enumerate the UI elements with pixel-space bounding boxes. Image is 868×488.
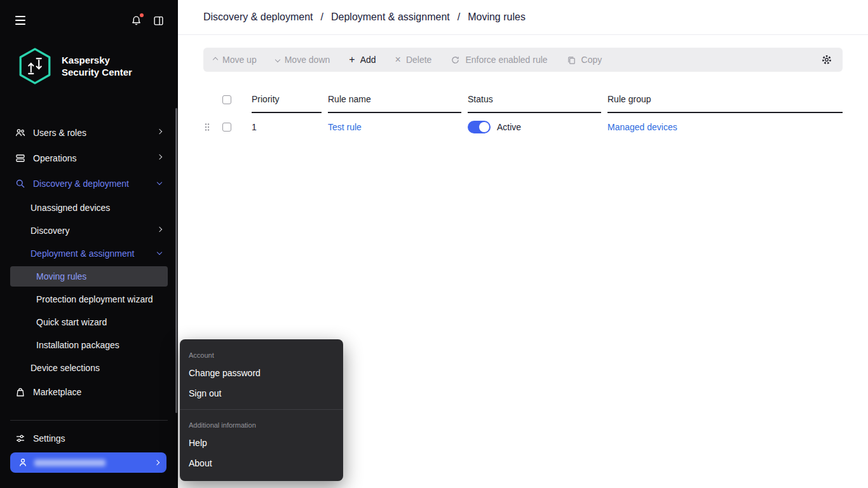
sidebar-item-marketplace[interactable]: Marketplace <box>0 379 178 405</box>
chevron-up-icon <box>213 57 218 62</box>
search-icon <box>15 179 25 189</box>
plus-icon: + <box>349 55 355 65</box>
breadcrumb-item[interactable]: Deployment & assignment <box>331 11 450 23</box>
chevron-down-icon <box>275 57 280 62</box>
close-icon: × <box>395 55 401 65</box>
sidebar-item-label: Discovery <box>31 226 69 236</box>
breadcrumb-item-current: Moving rules <box>468 11 526 23</box>
priority-cell: 1 <box>252 114 322 140</box>
app-title: Kaspersky Security Center <box>62 54 132 78</box>
sidebar-item-moving-rules[interactable]: Moving rules <box>10 266 168 287</box>
sidebar-item-unassigned-devices[interactable]: Unassigned devices <box>0 196 178 219</box>
notifications-bell-icon[interactable] <box>131 15 142 26</box>
enforce-enabled-rule-button[interactable]: Enforce enabled rule <box>451 55 547 65</box>
move-up-label: Move up <box>222 55 257 65</box>
rule-name-link[interactable]: Test rule <box>328 122 362 132</box>
status-cell: Active <box>468 113 601 141</box>
user-icon <box>18 458 28 468</box>
add-label: Add <box>360 55 376 65</box>
sidebar-item-label: Users & roles <box>33 128 86 138</box>
sidebar-item-label: Protection deployment wizard <box>36 294 153 304</box>
menu-section-header-additional-information: Additional information <box>180 416 343 433</box>
account-username-redacted <box>34 459 105 466</box>
select-all-checkbox[interactable] <box>222 95 231 104</box>
table-row: 1 Test rule Active Managed devices <box>203 113 843 141</box>
menu-item-change-password[interactable]: Change password <box>180 363 343 383</box>
rule-name-cell: Test rule <box>328 114 461 140</box>
column-header-status[interactable]: Status <box>468 88 601 113</box>
marketplace-bag-icon <box>15 387 25 397</box>
sidebar-item-label: Device selections <box>31 363 100 373</box>
move-up-button[interactable]: Move up <box>214 55 257 65</box>
copy-button[interactable]: Copy <box>567 55 602 65</box>
sidebar-item-deployment-assignment[interactable]: Deployment & assignment <box>0 242 178 265</box>
sidebar-item-label: Moving rules <box>36 271 86 281</box>
sidebar-item-users-roles[interactable]: Users & roles <box>0 120 178 146</box>
sidebar-item-device-selections[interactable]: Device selections <box>0 356 178 379</box>
page-header: Discovery & deployment / Deployment & as… <box>178 0 868 35</box>
sidebar-item-label: Marketplace <box>33 387 81 397</box>
sidebar-item-label: Settings <box>33 433 65 444</box>
menu-item-sign-out[interactable]: Sign out <box>180 383 343 403</box>
sidebar-item-discovery[interactable]: Discovery <box>0 219 178 242</box>
hamburger-menu-icon[interactable] <box>15 16 25 25</box>
status-toggle[interactable] <box>468 121 491 133</box>
sidebar-item-operations[interactable]: Operations <box>0 146 178 171</box>
enforce-label: Enforce enabled rule <box>465 55 547 65</box>
menu-section-header-account: Account <box>180 346 343 363</box>
row-checkbox[interactable] <box>222 123 231 132</box>
sidebar-item-label: Installation packages <box>36 340 119 350</box>
breadcrumb-item[interactable]: Discovery & deployment <box>203 11 313 23</box>
sidebar-item-label: Unassigned devices <box>31 203 110 213</box>
column-header-rule-group[interactable]: Rule group <box>607 88 843 113</box>
table-settings-gear-icon[interactable] <box>821 54 832 65</box>
menu-item-help[interactable]: Help <box>180 433 343 453</box>
sidebar-scrollbar[interactable] <box>175 108 177 413</box>
chevron-down-icon <box>157 250 162 255</box>
sidebar-item-label: Discovery & deployment <box>33 179 129 189</box>
copy-icon <box>567 55 576 65</box>
sidebar-item-protection-deployment-wizard[interactable]: Protection deployment wizard <box>0 288 178 311</box>
operations-icon <box>15 153 25 163</box>
sidebar-item-discovery-deployment[interactable]: Discovery & deployment <box>0 171 178 196</box>
move-down-button[interactable]: Move down <box>276 55 330 65</box>
kaspersky-hexagon-logo-icon <box>18 47 52 85</box>
status-label: Active <box>497 122 521 132</box>
move-down-label: Move down <box>285 55 330 65</box>
sidebar-divider <box>10 420 168 421</box>
toggle-knob <box>479 122 489 132</box>
sidebar-item-quick-start-wizard[interactable]: Quick start wizard <box>0 311 178 334</box>
drag-column-spacer <box>203 93 216 107</box>
column-header-rule-name[interactable]: Rule name <box>328 88 461 113</box>
sidebar-topbar <box>0 0 178 41</box>
sidebar-item-label: Quick start wizard <box>36 317 107 327</box>
delete-label: Delete <box>406 55 431 65</box>
chevron-right-icon <box>157 129 162 134</box>
sidebar: Kaspersky Security Center Users & roles … <box>0 0 178 488</box>
account-button[interactable] <box>10 452 166 473</box>
moving-rules-table: Priority Rule name Status Rule group 1 T… <box>203 88 843 141</box>
breadcrumb: Discovery & deployment / Deployment & as… <box>203 11 526 23</box>
sidebar-item-label: Deployment & assignment <box>31 248 134 259</box>
settings-sliders-icon <box>15 433 25 444</box>
delete-button[interactable]: × Delete <box>395 55 432 65</box>
menu-item-about[interactable]: About <box>180 453 343 473</box>
sidebar-item-installation-packages[interactable]: Installation packages <box>0 334 178 356</box>
row-select-cell <box>222 115 245 139</box>
breadcrumb-separator: / <box>458 11 460 23</box>
chevron-right-icon <box>157 154 162 159</box>
add-button[interactable]: + Add <box>349 55 376 65</box>
app-logo: Kaspersky Security Center <box>18 47 132 85</box>
column-header-priority[interactable]: Priority <box>252 88 322 113</box>
rule-group-link[interactable]: Managed devices <box>607 122 677 132</box>
sidebar-item-settings[interactable]: Settings <box>0 426 178 451</box>
refresh-icon <box>451 55 460 65</box>
panel-book-icon[interactable] <box>153 15 164 26</box>
drag-handle-icon[interactable] <box>203 121 211 133</box>
sidebar-nav: Users & roles Operations Discovery & dep… <box>0 120 178 451</box>
users-icon <box>15 128 25 138</box>
rule-group-cell: Managed devices <box>607 114 843 140</box>
select-all-cell <box>222 89 245 112</box>
chevron-down-icon <box>157 180 162 185</box>
sidebar-item-label: Operations <box>33 153 76 163</box>
